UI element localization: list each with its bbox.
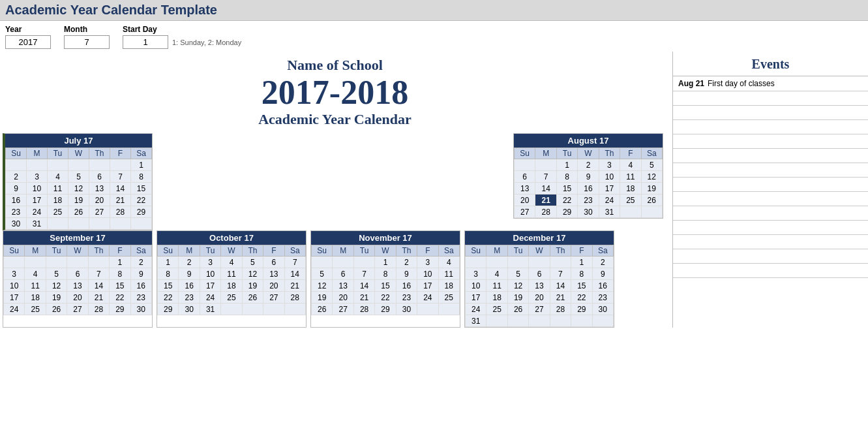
year-input[interactable]: [5, 35, 51, 49]
calendar-day: 13: [263, 268, 284, 280]
calendar-day: 13: [333, 280, 353, 292]
calendar-day: 11: [620, 171, 641, 183]
col-sa: Sa: [641, 148, 662, 159]
calendar-day: [550, 315, 571, 327]
col-w: W: [68, 148, 89, 159]
calendar-day: 14: [550, 280, 571, 292]
calendar-day: [333, 257, 353, 268]
calendar-day: 26: [46, 304, 67, 315]
calendar-day: 4: [25, 268, 46, 280]
calendar-day: 23: [578, 195, 599, 206]
dec-header: December 17: [465, 231, 614, 245]
calendar-day: 24: [417, 292, 438, 304]
col-th: Th: [89, 148, 110, 159]
event-row: [673, 149, 868, 163]
calendar-day: [486, 315, 507, 327]
calendar-day: 30: [179, 304, 200, 315]
calendar-day: 15: [110, 280, 130, 292]
month-label: Month: [64, 25, 87, 34]
calendar-day: 19: [242, 280, 263, 292]
event-row: [673, 235, 868, 249]
august-header: August 17: [514, 134, 663, 148]
sep-grid: SuMTuWThFSa 1234567891011121314151617181…: [3, 245, 152, 315]
calendar-day: 22: [110, 292, 130, 304]
calendar-day: 6: [333, 268, 353, 280]
start-day-input[interactable]: [123, 35, 168, 49]
month-august: August 17 Su M Tu W Th F Sa: [513, 133, 663, 219]
calendar-day: 8: [110, 268, 130, 280]
calendar-day: 27: [529, 304, 550, 315]
calendar-day: 19: [68, 195, 89, 206]
calendar-day: 21: [88, 292, 109, 304]
calendar-day: 23: [592, 292, 613, 304]
calendar-day: 3: [466, 268, 486, 280]
start-day-hint: 1: Sunday, 2: Monday: [172, 39, 241, 46]
calendar-day: 16: [130, 280, 151, 292]
month-september: September 17 SuMTuWThFSa 123456789101112…: [3, 230, 153, 328]
calendar-day: 21: [550, 292, 571, 304]
calendar-day: 18: [438, 280, 459, 292]
calendar-day: 25: [438, 292, 459, 304]
calendar-day: [27, 159, 48, 171]
calendar-day: 3: [200, 257, 220, 268]
calendar-day: 15: [131, 183, 152, 195]
calendar-day: 4: [48, 171, 68, 183]
calendar-day: 10: [200, 268, 220, 280]
calendar-day: 21: [284, 280, 305, 292]
calendar-area: Name of School 2017-2018 Academic Year C…: [0, 52, 672, 328]
calendar-day: 21: [353, 292, 374, 304]
calendar-day: 17: [4, 292, 25, 304]
calendar-day: 26: [312, 304, 333, 315]
calendar-day: 18: [486, 292, 507, 304]
event-row: [673, 163, 868, 178]
calendar-day: 28: [550, 304, 571, 315]
calendar-day: 24: [599, 195, 620, 206]
calendar-day: [284, 304, 305, 315]
calendar-day: 8: [556, 171, 577, 183]
calendar-day: 22: [571, 292, 592, 304]
calendar-day: [353, 257, 374, 268]
col-su: Su: [515, 148, 535, 159]
calendar-day: 1: [571, 257, 592, 268]
calendar-day: 20: [333, 292, 353, 304]
calendar-day: 26: [68, 206, 89, 218]
month-october: October 17 SuMTuWThFSa 12345678910111213…: [157, 230, 307, 328]
calendar-day: 28: [110, 206, 131, 218]
calendar-day: 16: [6, 195, 27, 206]
sep-header: September 17: [3, 231, 152, 245]
calendar-day: 9: [6, 183, 27, 195]
month-input[interactable]: [64, 35, 110, 49]
calendar-day: 17: [599, 183, 620, 195]
event-row: [673, 192, 868, 206]
calendar-day: 10: [4, 280, 25, 292]
calendar-day: 1: [110, 257, 130, 268]
main-area: Name of School 2017-2018 Academic Year C…: [0, 52, 868, 328]
calendar-day: 18: [620, 183, 641, 195]
oct-grid: SuMTuWThFSa 1234567891011121314151617181…: [157, 245, 306, 315]
calendar-day: 7: [88, 268, 109, 280]
calendar-day: 14: [353, 280, 374, 292]
calendar-day: 25: [48, 206, 68, 218]
calendar-day: 14: [284, 268, 305, 280]
calendar-day: 29: [375, 304, 396, 315]
calendar-day: 29: [131, 206, 152, 218]
calendar-day: 7: [353, 268, 374, 280]
calendar-day: 27: [515, 206, 535, 218]
calendar-day: 2: [578, 159, 599, 171]
col-w: W: [578, 148, 599, 159]
calendar-day: 22: [158, 292, 179, 304]
top-bar: Academic Year Calendar Template: [0, 0, 868, 21]
calendar-day: 22: [131, 195, 152, 206]
calendar-day: [110, 159, 131, 171]
calendar-day: 21: [535, 195, 556, 206]
calendar-day: 5: [46, 268, 67, 280]
event-row: [673, 120, 868, 134]
calendar-day: 15: [571, 280, 592, 292]
calendar-day: 18: [25, 292, 46, 304]
calendar-day: 29: [571, 304, 592, 315]
event-row: [673, 178, 868, 192]
calendar-day: 11: [221, 268, 242, 280]
col-m: M: [27, 148, 48, 159]
calendar-day: 9: [130, 268, 151, 280]
calendar-day: 24: [27, 206, 48, 218]
